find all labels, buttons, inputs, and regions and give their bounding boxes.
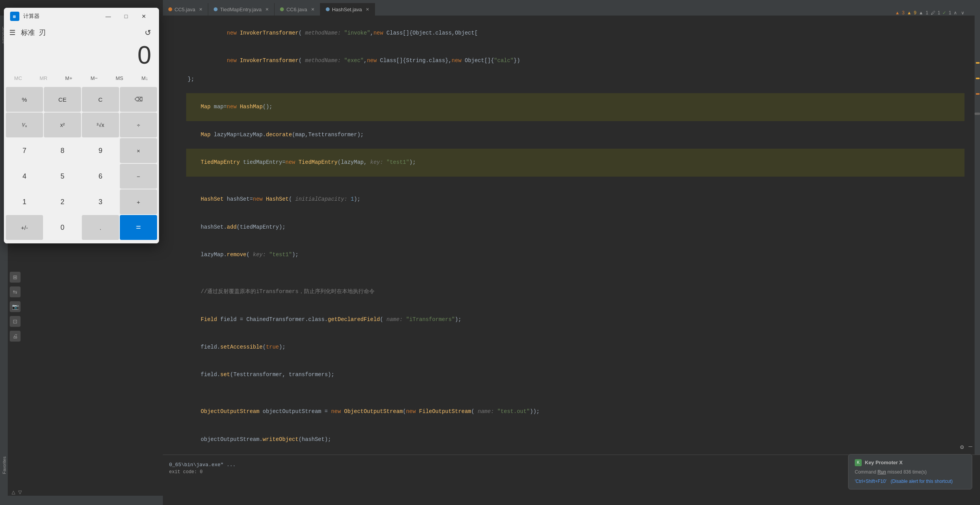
code-line-13: //通过反射覆盖原本的iTransformers，防止序列化时在本地执行命令	[186, 278, 964, 305]
tab-hashset-icon	[326, 7, 330, 11]
hint-count: 1	[938, 10, 940, 16]
code-editor[interactable]: new InvokerTransformer( methodName: "inv…	[182, 16, 968, 451]
calc-title: 计算器	[23, 13, 40, 20]
code-line-17	[186, 389, 964, 398]
minimize-button[interactable]: —	[99, 10, 117, 23]
code-line-18: ObjectOutputStream objectOutputStream = …	[186, 398, 964, 426]
arrow-up-icon[interactable]: △	[12, 489, 15, 495]
mc-button[interactable]: MC	[5, 71, 31, 85]
check-icon: ✓	[942, 10, 946, 16]
multiply-button[interactable]: ×	[120, 138, 157, 163]
tab-cc6-label: CC6.java	[286, 7, 307, 12]
key-promoter-notification: K Key Promoter X Command Run missed 836 …	[848, 454, 972, 489]
tab-tiedmapentry-icon	[214, 7, 218, 11]
mminus-button[interactable]: M−	[81, 71, 107, 85]
maximize-button[interactable]: □	[117, 10, 135, 23]
calc-mode-label: 标准	[21, 28, 35, 37]
terminal-exit-code: 0	[200, 469, 202, 475]
code-line-5: Map map=new HashMap();	[186, 93, 964, 121]
code-line-3: };	[186, 75, 964, 84]
hint-icon: 🖊	[931, 10, 935, 16]
key-promoter-disable-link[interactable]: (Disable alert for this shortcut)	[890, 479, 952, 484]
tab-cc5[interactable]: CC5.java ✕	[163, 3, 208, 16]
panel-icon-3[interactable]: 📷	[10, 301, 21, 312]
mdown-button[interactable]: M↓	[132, 71, 157, 85]
calc-titlebar: ⊞ 计算器 — □ ✕	[4, 8, 159, 25]
tabs-container: CC5.java ✕ TiedMapEntry.java ✕ CC6.java …	[163, 0, 980, 16]
subtract-button[interactable]: −	[120, 164, 157, 189]
ce-button[interactable]: CE	[44, 87, 81, 112]
percent-button[interactable]: %	[6, 87, 43, 112]
decimal-button[interactable]: .	[82, 215, 119, 240]
mr-button[interactable]: MR	[31, 71, 56, 85]
collapse-icon[interactable]: ∨	[961, 10, 964, 16]
nine-button[interactable]: 9	[82, 138, 119, 163]
history-button[interactable]: ↺	[143, 26, 153, 39]
one-button[interactable]: 1	[6, 189, 43, 214]
five-button[interactable]: 5	[44, 164, 81, 189]
calc-buttons: % CE C ⌫ ¹⁄ₓ x² ²√x ÷ 7 8 9 × 4 5 6 − 1 …	[4, 87, 159, 243]
panel-icon-1[interactable]: ⊞	[10, 272, 21, 283]
code-line-1: new InvokerTransformer( methodName: "inv…	[186, 19, 964, 47]
zero-button[interactable]: 0	[44, 215, 81, 240]
right-scrollbar[interactable]	[975, 16, 980, 505]
ms-button[interactable]: MS	[107, 71, 132, 85]
code-line-8	[186, 177, 964, 186]
panel-icon-5[interactable]: 🖨	[10, 331, 21, 342]
calc-toolbar-left: ☰ 标准 刃	[8, 27, 46, 38]
hamburger-menu-button[interactable]: ☰	[8, 27, 17, 38]
mplus-button[interactable]: M+	[56, 71, 81, 85]
eight-button[interactable]: 8	[44, 138, 81, 163]
calc-mode-sub: 刃	[39, 28, 46, 37]
close-button[interactable]: ✕	[135, 10, 153, 23]
panel-icon-4[interactable]: ⊡	[10, 316, 21, 327]
scroll-warning-1	[976, 62, 980, 64]
divide-button[interactable]: ÷	[120, 113, 157, 137]
code-line-6: Map lazyMap=LazyMap.decorate(map,Testtra…	[186, 121, 964, 149]
info-count: 1	[926, 10, 928, 16]
three-button[interactable]: 3	[82, 189, 119, 214]
tab-tiedmapentry[interactable]: TiedMapEntry.java ✕	[208, 3, 275, 16]
c-button[interactable]: C	[82, 87, 119, 112]
calc-number: 0	[137, 43, 151, 68]
tab-hashset[interactable]: HashSet.java ✕	[320, 3, 375, 16]
tab-hashset-close[interactable]: ✕	[366, 7, 369, 12]
sqrt-button[interactable]: ²√x	[82, 113, 119, 137]
error-icon: ▲	[895, 10, 900, 16]
seven-button[interactable]: 7	[6, 138, 43, 163]
settings-icon[interactable]: ⚙	[960, 443, 964, 451]
tab-cc6-close[interactable]: ✕	[311, 7, 315, 12]
backspace-button[interactable]: ⌫	[120, 87, 157, 112]
four-button[interactable]: 4	[6, 164, 43, 189]
reciprocal-button[interactable]: ¹⁄ₓ	[6, 113, 43, 137]
tab-tiedmapentry-close[interactable]: ✕	[265, 7, 269, 12]
calc-display: 0	[4, 40, 159, 71]
calc-titlebar-controls: — □ ✕	[99, 10, 153, 23]
tab-cc6-icon	[280, 7, 284, 11]
error-count: 3	[902, 10, 905, 16]
two-button[interactable]: 2	[44, 189, 81, 214]
terminal-text: 0_65\bin\java.exe" ...	[169, 462, 236, 468]
code-line-4	[186, 84, 964, 94]
expand-icon[interactable]: ∧	[954, 10, 957, 16]
equals-button[interactable]: =	[120, 215, 157, 240]
arrow-down-icon[interactable]: ▽	[18, 489, 22, 495]
code-line-10: hashSet.add(tiedMapEntry);	[186, 213, 964, 241]
check-count: 1	[949, 10, 951, 16]
close-terminal-icon[interactable]: —	[968, 443, 972, 451]
add-button[interactable]: +	[120, 189, 157, 214]
tab-hashset-label: HashSet.java	[332, 7, 362, 12]
calculator-window: ⊞ 计算器 — □ ✕ ☰ 标准 刃 ↺ 0 MC MR M+ M− MS M↓	[4, 8, 159, 243]
panel-icon-2[interactable]: ⇆	[10, 286, 21, 297]
info-icon: ▲	[919, 10, 923, 16]
tab-cc5-close[interactable]: ✕	[199, 7, 202, 12]
code-line-12	[186, 269, 964, 278]
negate-button[interactable]: +/-	[6, 215, 43, 240]
code-line-16: field.set(Testtransformer, transformers)…	[186, 361, 964, 389]
square-button[interactable]: x²	[44, 113, 81, 137]
code-line-7: TiedMapEntry tiedMapEntry=new TiedMapEnt…	[186, 149, 964, 176]
tab-cc6[interactable]: CC6.java ✕	[275, 3, 320, 16]
six-button[interactable]: 6	[82, 164, 119, 189]
key-promoter-shortcut[interactable]: 'Ctrl+Shift+F10'	[855, 479, 887, 484]
key-promoter-shortcut-row: 'Ctrl+Shift+F10' (Disable alert for this…	[855, 477, 966, 484]
